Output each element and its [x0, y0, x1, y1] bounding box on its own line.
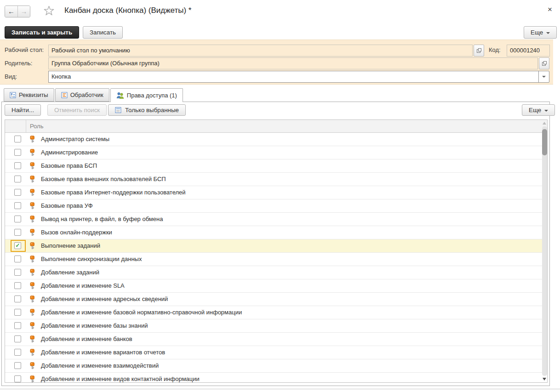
- table-row[interactable]: Добавление и изменение вариантов отчетов: [5, 346, 542, 359]
- table-row[interactable]: Добавление и изменение взаимодействий: [5, 359, 542, 373]
- more-button-top[interactable]: Еще: [524, 26, 557, 39]
- role-checkbox[interactable]: [14, 282, 21, 289]
- save-button[interactable]: Записать: [83, 26, 123, 39]
- table-row[interactable]: Администратор системы: [5, 133, 542, 146]
- selected-list-icon: [115, 107, 122, 114]
- table-row[interactable]: Вывод на принтер, в файл, в буфер обмена: [5, 213, 542, 226]
- table-row[interactable]: Базовые права Интернет-поддержки пользов…: [5, 186, 542, 199]
- role-checkbox[interactable]: [14, 189, 21, 196]
- code-label: Код:: [489, 46, 501, 53]
- role-checkbox[interactable]: [14, 335, 21, 342]
- role-key-icon: [30, 136, 35, 144]
- open-desktop-button[interactable]: [474, 45, 484, 57]
- save-and-close-button[interactable]: Записать и закрыть: [5, 26, 79, 39]
- role-checkbox[interactable]: [14, 149, 21, 156]
- table-row[interactable]: Вызов онлайн-поддержки: [5, 226, 542, 239]
- form-panel: Рабочий стол: Рабочий стол по умолчанию …: [0, 40, 553, 85]
- tab-attributes[interactable]: Реквизиты: [4, 88, 54, 102]
- vertical-scrollbar[interactable]: [542, 120, 547, 382]
- scroll-up-icon[interactable]: [543, 122, 546, 125]
- role-label: Добавление и изменение взаимодействий: [5, 359, 542, 372]
- role-key-icon: [30, 216, 35, 224]
- more-label: Еще: [529, 107, 541, 114]
- role-checkbox[interactable]: [14, 322, 21, 329]
- role-checkbox[interactable]: [14, 269, 21, 276]
- history-nav: ← →: [5, 6, 30, 17]
- role-key-icon: [30, 269, 35, 278]
- page-title: Канбан доска (Кнопка) (Виджеты) *: [64, 6, 191, 15]
- tab-bar: Реквизиты Обработчик Права доступа (1): [4, 88, 183, 102]
- role-key-icon: [30, 322, 35, 331]
- role-label: Вызов онлайн-поддержки: [5, 226, 542, 239]
- parent-field[interactable]: Группа Обработчики (Обычная группа): [48, 57, 538, 69]
- tab-access-rights[interactable]: Права доступа (1): [110, 88, 183, 102]
- role-checkbox[interactable]: [14, 309, 21, 316]
- more-label: Еще: [531, 29, 543, 36]
- users-icon: [116, 92, 124, 99]
- back-button[interactable]: ←: [5, 6, 17, 17]
- more-button-panel[interactable]: Еще: [522, 104, 555, 116]
- table-row[interactable]: Администрирование: [5, 146, 542, 159]
- table-row[interactable]: Базовые права внешних пользователей БСП: [5, 173, 542, 186]
- kind-field[interactable]: Кнопка: [48, 71, 539, 83]
- only-selected-button[interactable]: Только выбранные: [108, 104, 186, 116]
- close-icon[interactable]: ×: [548, 6, 552, 14]
- forward-button[interactable]: →: [17, 6, 30, 17]
- role-checkbox[interactable]: [14, 229, 21, 236]
- table-row[interactable]: Выполнение синхронизации данных: [5, 253, 542, 266]
- column-separator: [26, 120, 26, 132]
- role-checkbox[interactable]: [14, 216, 21, 222]
- role-checkbox[interactable]: [14, 162, 21, 169]
- open-icon: [542, 61, 547, 66]
- role-label: Добавление и изменение базовой нормативн…: [5, 306, 542, 319]
- favorite-star-icon[interactable]: [44, 6, 54, 17]
- role-checkbox[interactable]: [14, 202, 21, 209]
- roles-table: Роль Администратор системы Администриров…: [5, 119, 548, 383]
- role-label: Добавление и изменение вариантов отчетов: [5, 346, 542, 359]
- role-key-icon: [30, 309, 35, 318]
- table-row[interactable]: Добавление и изменение SLA: [5, 279, 542, 293]
- cancel-search-button[interactable]: Отменить поиск: [47, 104, 107, 116]
- tab-label: Права доступа (1): [127, 92, 177, 99]
- role-label: Добавление заданий: [5, 266, 542, 279]
- role-key-icon: [30, 335, 35, 344]
- role-checkbox[interactable]: ✓: [14, 242, 21, 249]
- table-row[interactable]: Базовые права БСП: [5, 159, 542, 173]
- role-checkbox[interactable]: [14, 256, 21, 262]
- role-key-icon: [30, 149, 35, 158]
- desktop-field[interactable]: Рабочий стол по умолчанию: [48, 45, 473, 57]
- role-label: Базовые права внешних пользователей БСП: [5, 173, 542, 186]
- table-row[interactable]: Добавление и изменение видов контактной …: [5, 373, 542, 382]
- chevron-down-icon: [544, 110, 548, 112]
- tab-handler[interactable]: Обработчик: [55, 88, 109, 102]
- scrollbar-thumb[interactable]: [542, 129, 547, 155]
- scrollbar-track[interactable]: [542, 126, 547, 376]
- role-key-icon: [30, 375, 35, 382]
- role-checkbox[interactable]: [14, 362, 21, 369]
- table-row[interactable]: Добавление заданий: [5, 266, 542, 279]
- table-row[interactable]: Добавление и изменение адресных сведений: [5, 293, 542, 306]
- role-checkbox[interactable]: [14, 295, 21, 302]
- table-row[interactable]: ✓ Выполнение заданий: [5, 239, 542, 253]
- chevron-down-icon: [546, 32, 550, 34]
- table-row[interactable]: Добавление и изменение базы знаний: [5, 319, 542, 333]
- only-selected-label: Только выбранные: [125, 107, 179, 114]
- role-checkbox[interactable]: [14, 176, 21, 182]
- open-parent-button[interactable]: [539, 57, 549, 69]
- role-checkbox[interactable]: [14, 349, 21, 356]
- role-label: Добавление и изменение адресных сведений: [5, 293, 542, 306]
- desktop-label: Рабочий стол:: [5, 46, 44, 53]
- role-key-icon: [30, 189, 35, 198]
- table-row[interactable]: Добавление и изменение банков: [5, 333, 542, 346]
- role-label: Базовые права УФ: [5, 199, 542, 212]
- role-label: Выполнение синхронизации данных: [5, 253, 542, 266]
- kind-dropdown-button[interactable]: [538, 71, 549, 83]
- scroll-down-icon[interactable]: [543, 378, 546, 381]
- find-button[interactable]: Найти...: [5, 104, 41, 116]
- table-row[interactable]: Базовые права УФ: [5, 199, 542, 213]
- table-row[interactable]: Добавление и изменение базовой нормативн…: [5, 306, 542, 319]
- role-label: Администрирование: [5, 146, 542, 159]
- role-checkbox[interactable]: [14, 136, 21, 142]
- window-bottom-border: [0, 389, 560, 389]
- role-checkbox[interactable]: [14, 375, 21, 382]
